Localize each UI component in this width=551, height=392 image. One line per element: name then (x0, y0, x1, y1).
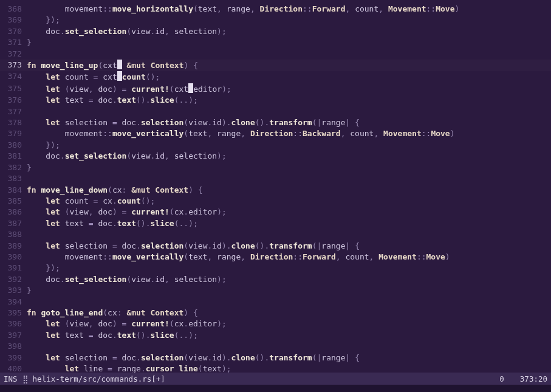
token-call: transform (269, 241, 312, 250)
code-line[interactable]: 376 let text = doc.text().slice(..); (0, 95, 551, 106)
line-number: 374 (0, 71, 27, 83)
code-line[interactable]: 394 (0, 297, 551, 308)
code-line[interactable]: 375 let (view, doc) = current!(cxteditor… (0, 83, 551, 95)
code-line[interactable]: 382} (0, 162, 551, 173)
token-ident: editor (188, 207, 217, 216)
code-line[interactable]: 371} (0, 37, 551, 48)
code-content[interactable]: doc.set_selection(view.id, selection); (27, 151, 551, 162)
code-editor[interactable]: 368 movement::move_horizontally(text, ra… (0, 0, 551, 373)
token-ident: doc (98, 319, 112, 328)
code-line[interactable]: 388 (0, 229, 551, 240)
code-line[interactable]: 395fn goto_line_end(cx: &mut Context) { (0, 308, 551, 318)
code-line[interactable]: 381 doc.set_selection(view.id, selection… (0, 151, 551, 162)
code-content[interactable]: } (27, 37, 551, 48)
token-ident: view (188, 353, 207, 362)
code-content[interactable]: fn goto_line_end(cx: &mut Context) { (27, 308, 551, 318)
code-content[interactable]: let selection = doc.selection(view.id).c… (27, 241, 551, 252)
token-punc: . (136, 118, 141, 127)
code-content[interactable]: movement::move_horizontally(text, range,… (27, 4, 551, 15)
token-path: :: (417, 252, 426, 261)
code-content[interactable]: let selection = doc.selection(view.id).c… (27, 352, 551, 363)
code-line[interactable]: 372 (0, 49, 551, 60)
code-content[interactable]: fn move_line_up(cxt &mut Context) { (27, 60, 551, 71)
token-punc (27, 364, 65, 373)
code-line[interactable]: 397 let text = doc.text().slice(..); (0, 330, 551, 341)
code-content[interactable]: let count = cxtcount(); (27, 71, 551, 83)
code-line[interactable]: 374 let count = cxtcount(); (0, 71, 551, 83)
code-content[interactable] (27, 297, 551, 308)
text-cursor (117, 60, 122, 69)
token-ty: Context (151, 61, 184, 70)
token-ident: text (65, 95, 84, 105)
code-content[interactable]: }); (27, 140, 551, 151)
code-line[interactable]: 387 let text = doc.text().slice(..); (0, 218, 551, 229)
token-ident: range (227, 4, 250, 13)
code-content[interactable]: movement::move_vertically(text, range, D… (27, 128, 551, 139)
code-line[interactable]: 377 (0, 106, 551, 117)
code-content[interactable]: fn move_line_down(cx: &mut Context) { (27, 185, 551, 196)
token-punc (27, 151, 46, 160)
code-line[interactable]: 378 let selection = doc.selection(view.i… (0, 117, 551, 128)
token-punc: (| (312, 118, 322, 127)
code-line[interactable]: 373fn move_line_up(cxt &mut Context) { (0, 60, 551, 71)
code-line[interactable]: 370 doc.set_selection(view.id, selection… (0, 26, 551, 37)
token-enumv: Forward (303, 252, 336, 261)
token-ident: doc (98, 207, 112, 216)
code-content[interactable] (27, 106, 551, 117)
code-content[interactable]: } (27, 162, 551, 173)
code-content[interactable]: let line = range.cursor_line(text); (27, 363, 551, 373)
code-line[interactable]: 380 }); (0, 140, 551, 151)
code-content[interactable]: doc.set_selection(view.id, selection); (27, 274, 551, 285)
line-number: 389 (0, 241, 27, 252)
code-line[interactable]: 390 movement::move_vertically(text, rang… (0, 252, 551, 263)
code-content[interactable] (27, 173, 551, 184)
code-content[interactable]: } (27, 285, 551, 296)
code-line[interactable]: 389 let selection = doc.selection(view.i… (0, 241, 551, 252)
code-line[interactable]: 385 let count = cx.count(); (0, 196, 551, 207)
token-call: selection (141, 353, 183, 362)
code-content[interactable]: let (view, doc) = current!(cxteditor); (27, 83, 551, 95)
code-line[interactable]: 368 movement::move_horizontally(text, ra… (0, 4, 551, 15)
code-content[interactable]: let (view, doc) = current!(cx.editor); (27, 207, 551, 218)
code-line[interactable]: 383 (0, 173, 551, 184)
token-call: move_horizontally (112, 4, 193, 13)
token-ty: Context (151, 308, 184, 317)
token-ident: view (131, 275, 150, 284)
code-line[interactable]: 391 }); (0, 263, 551, 273)
code-content[interactable] (27, 341, 551, 352)
code-content[interactable]: let text = doc.text().slice(..); (27, 330, 551, 341)
code-content[interactable] (27, 229, 551, 240)
code-content[interactable]: }); (27, 263, 551, 273)
token-kw: let (46, 219, 64, 228)
token-call: count (122, 72, 146, 81)
code-line[interactable]: 393} (0, 285, 551, 296)
code-line[interactable]: 399 let selection = doc.selection(view.i… (0, 352, 551, 363)
code-line[interactable]: 392 doc.set_selection(view.id, selection… (0, 274, 551, 285)
token-path: :: (293, 252, 303, 261)
code-content[interactable]: let selection = doc.selection(view.id).c… (27, 117, 551, 128)
token-punc: ) (450, 129, 455, 138)
code-content[interactable]: }); (27, 15, 551, 26)
token-kw: let (65, 364, 84, 373)
code-content[interactable]: let count = cx.count(); (27, 196, 551, 207)
token-call: clone (231, 353, 255, 362)
token-kw: &mut (126, 308, 150, 317)
code-content[interactable] (27, 49, 551, 60)
code-content[interactable]: let text = doc.text().slice(..); (27, 95, 551, 106)
code-content[interactable]: movement::move_vertically(text, range, D… (27, 252, 551, 263)
code-content[interactable]: let text = doc.text().slice(..); (27, 218, 551, 229)
code-line[interactable]: 369 }); (0, 15, 551, 26)
token-op: = (84, 331, 98, 340)
code-line[interactable]: 398 (0, 341, 551, 352)
code-line[interactable]: 379 movement::move_vertically(text, rang… (0, 128, 551, 139)
code-line[interactable]: 396 let (view, doc) = current!(cx.editor… (0, 318, 551, 329)
code-line[interactable]: 400 let line = range.cursor_line(text); (0, 363, 551, 373)
code-line[interactable]: 384fn move_line_down(cx: &mut Context) { (0, 185, 551, 196)
token-punc: | { (345, 118, 359, 127)
token-punc (27, 4, 65, 13)
code-line[interactable]: 386 let (view, doc) = current!(cx.editor… (0, 207, 551, 218)
token-kw: let (46, 95, 64, 105)
code-content[interactable]: doc.set_selection(view.id, selection); (27, 26, 551, 37)
code-content[interactable]: let (view, doc) = current!(cx.editor); (27, 318, 551, 329)
token-punc: , (207, 129, 217, 138)
